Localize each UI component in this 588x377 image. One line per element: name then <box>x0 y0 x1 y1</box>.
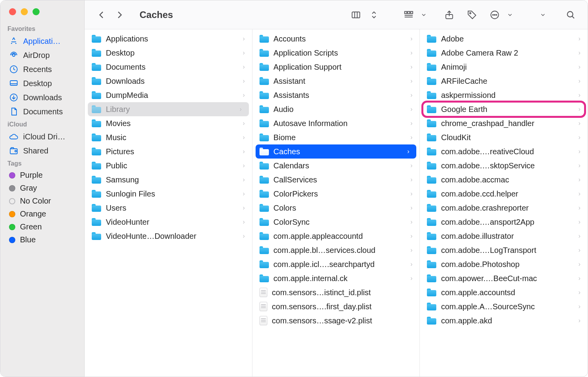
tag-green[interactable]: Green <box>6 220 80 233</box>
chevron-down-icon[interactable] <box>421 9 427 21</box>
file-row[interactable]: com.adobe.…reativeCloud› <box>420 144 588 159</box>
column-0[interactable]: Applications›Desktop›Documents›Downloads… <box>85 29 252 377</box>
sidebar-item-label: Recents <box>23 65 52 74</box>
tag-blue[interactable]: Blue <box>6 233 80 246</box>
file-row[interactable]: com.adobe.Photoshop› <box>420 257 588 271</box>
sidebar-item-desktop[interactable]: Desktop <box>6 76 80 90</box>
sidebar-item-documents[interactable]: Documents <box>6 105 80 119</box>
file-row[interactable]: Desktop› <box>85 46 252 60</box>
file-row[interactable]: com.sensors…istinct_id.plist <box>252 285 420 299</box>
column-1[interactable]: Accounts›Application Scripts›Application… <box>252 29 420 377</box>
file-row[interactable]: com.adobe.ccd.helper› <box>420 187 588 201</box>
chevron-right-icon: › <box>243 120 245 127</box>
file-row[interactable]: ARFileCache› <box>420 74 588 88</box>
file-row[interactable]: Documents› <box>85 60 252 74</box>
file-row[interactable]: Application Scripts› <box>252 46 420 60</box>
group-by-button[interactable] <box>403 9 414 21</box>
chevron-right-icon: › <box>243 176 245 183</box>
file-row[interactable]: Google Earth› <box>420 102 588 116</box>
tag-gray[interactable]: Gray <box>6 182 80 195</box>
sidebar-item-icloud-dri-[interactable]: iCloud Dri… <box>6 130 80 144</box>
file-row[interactable]: Adobe› <box>420 32 588 46</box>
file-row[interactable]: com.adobe.…sktopService› <box>420 159 588 173</box>
chevron-right-icon: › <box>243 162 245 169</box>
view-columns-button[interactable] <box>350 9 362 21</box>
chevron-down-icon[interactable] <box>507 9 513 21</box>
file-row[interactable]: Colors› <box>252 201 420 215</box>
forward-button[interactable] <box>114 9 125 21</box>
file-row[interactable]: com.apple.appleaccountd› <box>252 229 420 243</box>
view-options-stepper[interactable] <box>368 9 380 21</box>
folder-icon <box>92 77 101 85</box>
file-row[interactable]: com.adobe.accmac› <box>420 173 588 187</box>
file-row[interactable]: Users› <box>85 201 252 215</box>
file-row[interactable]: Biome› <box>252 130 420 144</box>
file-row[interactable]: com.adobe.…ansport2App› <box>420 215 588 229</box>
file-row[interactable]: Music› <box>85 130 252 144</box>
file-row[interactable]: Samsung› <box>85 173 252 187</box>
file-row[interactable]: Accounts› <box>252 32 420 46</box>
sidebar-item-applicati-[interactable]: Applicati… <box>6 34 80 48</box>
tags-button[interactable] <box>466 9 478 21</box>
file-row[interactable]: Audio› <box>252 102 420 116</box>
file-row[interactable]: Movies› <box>85 116 252 130</box>
sidebar-item-recents[interactable]: Recents <box>6 62 80 76</box>
back-button[interactable] <box>96 9 107 21</box>
file-row[interactable]: Autosave Information› <box>252 116 420 130</box>
sidebar-item-downloads[interactable]: Downloads <box>6 90 80 105</box>
file-row[interactable]: com.sensors…ssage-v2.plist <box>252 314 420 328</box>
file-row[interactable]: com.apple.A…SourceSync› <box>420 299 588 314</box>
file-row[interactable]: Assistant› <box>252 74 420 88</box>
sidebar-item-airdrop[interactable]: AirDrop <box>6 48 80 62</box>
search-button[interactable] <box>565 9 577 21</box>
file-row[interactable]: com.apple.akd› <box>420 314 588 328</box>
close-window-button[interactable] <box>9 8 16 15</box>
file-row[interactable]: Assistants› <box>252 88 420 102</box>
file-row[interactable]: com.adobe.…LogTransport› <box>420 243 588 257</box>
column-2[interactable]: Adobe›Adobe Camera Raw 2›Animoji›ARFileC… <box>420 29 588 377</box>
sidebar-heading: Tags <box>6 158 80 169</box>
file-row[interactable]: VideoHunter› <box>85 215 252 229</box>
file-row[interactable]: Applications› <box>85 32 252 46</box>
action-menu-button[interactable] <box>489 9 501 21</box>
file-row[interactable]: com.adobe.crashreporter› <box>420 201 588 215</box>
file-row[interactable]: chrome_crashpad_handler› <box>420 116 588 130</box>
file-row[interactable]: ColorSync› <box>252 215 420 229</box>
minimize-window-button[interactable] <box>21 8 28 15</box>
file-row[interactable]: askpermissiond› <box>420 88 588 102</box>
file-row[interactable]: CloudKit› <box>420 130 588 144</box>
file-row[interactable]: CallServices› <box>252 173 420 187</box>
file-row[interactable]: com.adobe.illustrator› <box>420 229 588 243</box>
tag-no-color[interactable]: No Color <box>6 195 80 207</box>
tag-label: Orange <box>20 209 46 218</box>
file-row[interactable]: com.apple.internal.ck› <box>252 271 420 285</box>
share-button[interactable] <box>443 9 455 21</box>
file-row[interactable]: com.apple.accountsd› <box>420 285 588 299</box>
file-name: com.apple.bl…services.cloud <box>274 246 406 255</box>
tag-purple[interactable]: Purple <box>6 169 80 182</box>
zoom-window-button[interactable] <box>33 8 40 15</box>
chevron-right-icon: › <box>410 78 412 85</box>
file-row[interactable]: Application Support› <box>252 60 420 74</box>
file-row[interactable]: ColorPickers› <box>252 187 420 201</box>
file-row[interactable]: VideoHunte…Downloader› <box>85 229 252 243</box>
overflow-chevron-button[interactable] <box>540 9 546 21</box>
file-name: CallServices <box>274 175 406 184</box>
tag-orange[interactable]: Orange <box>6 207 80 220</box>
folder-icon <box>92 190 101 198</box>
file-row[interactable]: Pictures› <box>85 144 252 159</box>
file-row[interactable]: com.apple.bl…services.cloud› <box>252 243 420 257</box>
file-row[interactable]: Sunlogin Files› <box>85 187 252 201</box>
file-row[interactable]: Caches› <box>256 144 417 159</box>
file-row[interactable]: com.apower.…BeeCut-mac› <box>420 271 588 285</box>
file-row[interactable]: Adobe Camera Raw 2› <box>420 46 588 60</box>
file-row[interactable]: Calendars› <box>252 159 420 173</box>
file-row[interactable]: Animoji› <box>420 60 588 74</box>
file-row[interactable]: Downloads› <box>85 74 252 88</box>
file-row[interactable]: com.sensors….first_day.plist <box>252 299 420 314</box>
file-row[interactable]: Public› <box>85 159 252 173</box>
file-row[interactable]: DumpMedia› <box>85 88 252 102</box>
file-row[interactable]: Library› <box>88 102 249 116</box>
file-row[interactable]: com.apple.icl….searchpartyd› <box>252 257 420 271</box>
sidebar-item-shared[interactable]: Shared <box>6 144 80 158</box>
